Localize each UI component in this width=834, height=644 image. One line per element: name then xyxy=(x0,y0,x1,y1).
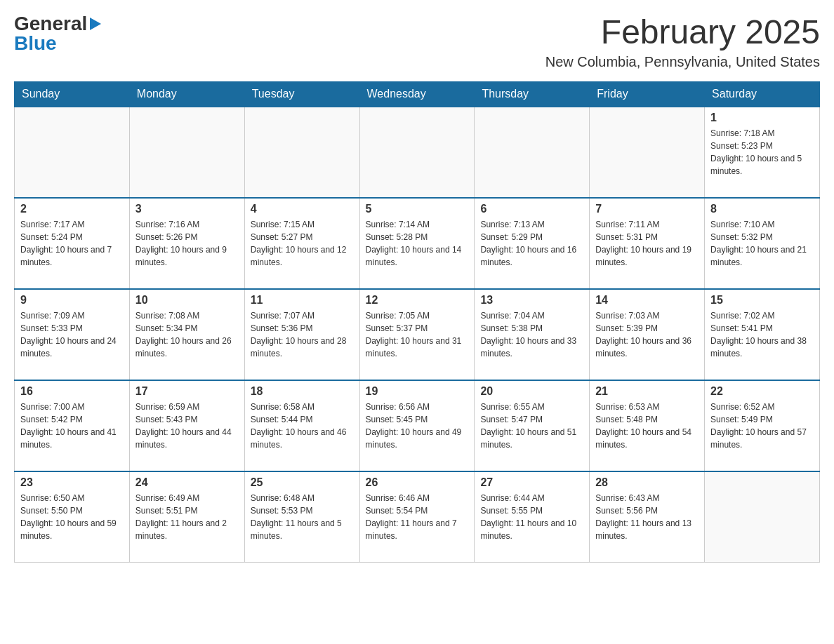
calendar-cell: 15Sunrise: 7:02 AMSunset: 5:41 PMDayligh… xyxy=(705,289,820,380)
calendar-cell xyxy=(475,107,590,198)
calendar-cell: 9Sunrise: 7:09 AMSunset: 5:33 PMDaylight… xyxy=(15,289,130,380)
calendar-cell: 18Sunrise: 6:58 AMSunset: 5:44 PMDayligh… xyxy=(244,380,359,471)
day-number: 23 xyxy=(20,476,124,489)
day-info: Sunrise: 6:52 AMSunset: 5:49 PMDaylight:… xyxy=(710,401,814,451)
day-info: Sunrise: 7:04 AMSunset: 5:38 PMDaylight:… xyxy=(480,309,583,360)
calendar-header-monday: Monday xyxy=(129,81,244,107)
day-number: 25 xyxy=(251,476,354,489)
calendar-header-row: SundayMondayTuesdayWednesdayThursdayFrid… xyxy=(15,81,820,107)
day-info: Sunrise: 6:59 AMSunset: 5:43 PMDaylight:… xyxy=(135,401,239,451)
day-info: Sunrise: 7:07 AMSunset: 5:36 PMDaylight:… xyxy=(251,309,354,360)
calendar-header-friday: Friday xyxy=(590,81,705,107)
day-info: Sunrise: 7:00 AMSunset: 5:42 PMDaylight:… xyxy=(20,401,124,451)
calendar-cell: 24Sunrise: 6:49 AMSunset: 5:51 PMDayligh… xyxy=(129,471,244,563)
day-number: 21 xyxy=(595,385,699,398)
calendar-cell xyxy=(705,471,820,563)
day-number: 2 xyxy=(20,203,124,215)
day-info: Sunrise: 7:15 AMSunset: 5:27 PMDaylight:… xyxy=(251,218,354,269)
day-info: Sunrise: 7:09 AMSunset: 5:33 PMDaylight:… xyxy=(20,309,124,360)
day-number: 14 xyxy=(595,294,699,307)
day-info: Sunrise: 7:16 AMSunset: 5:26 PMDaylight:… xyxy=(135,218,239,269)
day-number: 26 xyxy=(366,476,469,489)
calendar-week-row: 2Sunrise: 7:17 AMSunset: 5:24 PMDaylight… xyxy=(15,198,820,289)
calendar-week-row: 9Sunrise: 7:09 AMSunset: 5:33 PMDaylight… xyxy=(15,289,820,380)
calendar-cell: 4Sunrise: 7:15 AMSunset: 5:27 PMDaylight… xyxy=(244,198,359,289)
day-number: 3 xyxy=(135,203,239,215)
calendar-cell: 25Sunrise: 6:48 AMSunset: 5:53 PMDayligh… xyxy=(244,471,359,563)
day-number: 6 xyxy=(480,203,583,215)
day-number: 13 xyxy=(480,294,583,307)
day-info: Sunrise: 6:44 AMSunset: 5:55 PMDaylight:… xyxy=(480,492,583,542)
day-number: 7 xyxy=(595,203,699,215)
day-info: Sunrise: 6:58 AMSunset: 5:44 PMDaylight:… xyxy=(251,401,354,451)
day-number: 1 xyxy=(710,112,814,124)
day-number: 19 xyxy=(366,385,469,398)
month-title: February 2025 xyxy=(545,14,820,51)
day-number: 18 xyxy=(251,385,354,398)
day-number: 17 xyxy=(135,385,239,398)
day-info: Sunrise: 6:48 AMSunset: 5:53 PMDaylight:… xyxy=(251,492,354,542)
calendar-cell: 17Sunrise: 6:59 AMSunset: 5:43 PMDayligh… xyxy=(129,380,244,471)
calendar-cell: 26Sunrise: 6:46 AMSunset: 5:54 PMDayligh… xyxy=(359,471,475,563)
day-number: 9 xyxy=(20,294,124,307)
page-header: General Blue February 2025 New Columbia,… xyxy=(14,14,820,70)
calendar-header-wednesday: Wednesday xyxy=(359,81,475,107)
calendar-cell: 3Sunrise: 7:16 AMSunset: 5:26 PMDaylight… xyxy=(129,198,244,289)
calendar-cell xyxy=(244,107,359,198)
calendar-cell xyxy=(15,107,130,198)
day-info: Sunrise: 7:17 AMSunset: 5:24 PMDaylight:… xyxy=(20,218,124,269)
day-number: 20 xyxy=(480,385,583,398)
calendar-cell: 19Sunrise: 6:56 AMSunset: 5:45 PMDayligh… xyxy=(359,380,475,471)
calendar-cell: 21Sunrise: 6:53 AMSunset: 5:48 PMDayligh… xyxy=(590,380,705,471)
calendar-cell xyxy=(129,107,244,198)
day-info: Sunrise: 6:49 AMSunset: 5:51 PMDaylight:… xyxy=(135,492,239,542)
day-number: 16 xyxy=(20,385,124,398)
calendar-cell: 22Sunrise: 6:52 AMSunset: 5:49 PMDayligh… xyxy=(705,380,820,471)
day-number: 28 xyxy=(595,476,699,489)
day-info: Sunrise: 7:18 AMSunset: 5:23 PMDaylight:… xyxy=(710,127,814,177)
day-number: 27 xyxy=(480,476,583,489)
day-info: Sunrise: 6:56 AMSunset: 5:45 PMDaylight:… xyxy=(366,401,469,451)
calendar-cell: 14Sunrise: 7:03 AMSunset: 5:39 PMDayligh… xyxy=(590,289,705,380)
calendar-cell xyxy=(590,107,705,198)
calendar-cell: 13Sunrise: 7:04 AMSunset: 5:38 PMDayligh… xyxy=(475,289,590,380)
calendar-header-saturday: Saturday xyxy=(705,81,820,107)
calendar-week-row: 23Sunrise: 6:50 AMSunset: 5:50 PMDayligh… xyxy=(15,471,820,563)
day-number: 15 xyxy=(710,294,814,307)
day-info: Sunrise: 6:50 AMSunset: 5:50 PMDaylight:… xyxy=(20,492,124,542)
calendar-table: SundayMondayTuesdayWednesdayThursdayFrid… xyxy=(14,81,820,563)
calendar-cell: 12Sunrise: 7:05 AMSunset: 5:37 PMDayligh… xyxy=(359,289,475,380)
calendar-header-sunday: Sunday xyxy=(15,81,130,107)
logo-blue-text: Blue xyxy=(14,32,57,54)
day-info: Sunrise: 7:08 AMSunset: 5:34 PMDaylight:… xyxy=(135,309,239,360)
location-title: New Columbia, Pennsylvania, United State… xyxy=(545,54,820,70)
title-section: February 2025 New Columbia, Pennsylvania… xyxy=(545,14,820,70)
svg-marker-0 xyxy=(90,18,101,30)
calendar-cell: 20Sunrise: 6:55 AMSunset: 5:47 PMDayligh… xyxy=(475,380,590,471)
day-info: Sunrise: 7:13 AMSunset: 5:29 PMDaylight:… xyxy=(480,218,583,269)
day-info: Sunrise: 6:53 AMSunset: 5:48 PMDaylight:… xyxy=(595,401,699,451)
calendar-header-thursday: Thursday xyxy=(475,81,590,107)
day-number: 24 xyxy=(135,476,239,489)
calendar-cell: 8Sunrise: 7:10 AMSunset: 5:32 PMDaylight… xyxy=(705,198,820,289)
day-number: 4 xyxy=(251,203,354,215)
day-info: Sunrise: 7:02 AMSunset: 5:41 PMDaylight:… xyxy=(710,309,814,360)
calendar-cell: 16Sunrise: 7:00 AMSunset: 5:42 PMDayligh… xyxy=(15,380,130,471)
calendar-cell: 27Sunrise: 6:44 AMSunset: 5:55 PMDayligh… xyxy=(475,471,590,563)
day-info: Sunrise: 7:14 AMSunset: 5:28 PMDaylight:… xyxy=(366,218,469,269)
day-info: Sunrise: 6:55 AMSunset: 5:47 PMDaylight:… xyxy=(480,401,583,451)
day-info: Sunrise: 7:10 AMSunset: 5:32 PMDaylight:… xyxy=(710,218,814,269)
day-number: 8 xyxy=(710,203,814,215)
day-info: Sunrise: 7:03 AMSunset: 5:39 PMDaylight:… xyxy=(595,309,699,360)
day-info: Sunrise: 6:43 AMSunset: 5:56 PMDaylight:… xyxy=(595,492,699,542)
logo: General Blue xyxy=(14,14,102,53)
calendar-cell: 10Sunrise: 7:08 AMSunset: 5:34 PMDayligh… xyxy=(129,289,244,380)
day-number: 5 xyxy=(366,203,469,215)
calendar-cell: 11Sunrise: 7:07 AMSunset: 5:36 PMDayligh… xyxy=(244,289,359,380)
calendar-cell: 2Sunrise: 7:17 AMSunset: 5:24 PMDaylight… xyxy=(15,198,130,289)
logo-flag-icon xyxy=(87,16,102,32)
calendar-cell: 6Sunrise: 7:13 AMSunset: 5:29 PMDaylight… xyxy=(475,198,590,289)
calendar-cell: 1Sunrise: 7:18 AMSunset: 5:23 PMDaylight… xyxy=(705,107,820,198)
calendar-week-row: 16Sunrise: 7:00 AMSunset: 5:42 PMDayligh… xyxy=(15,380,820,471)
logo-general-text: General xyxy=(14,14,87,34)
